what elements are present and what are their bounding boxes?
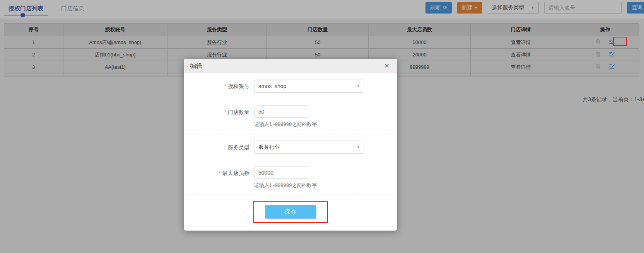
modal-fields: *授权账号 amos_shop ▼ *门店数量 ▼ 请输入1~999999之间的…: [184, 73, 397, 195]
field-label: 最大店员数: [222, 170, 249, 176]
field-label: 授权账号: [228, 83, 249, 89]
required-asterisk: *: [224, 83, 226, 89]
field-label: 门店数量: [228, 109, 249, 115]
required-asterisk: *: [219, 170, 221, 176]
modal-field-row: *最大店员数 ▼ 请输入1~999999之间的数字: [184, 160, 397, 195]
field-input[interactable]: [254, 166, 308, 179]
chevron-down-icon: ▼: [357, 84, 360, 88]
save-button[interactable]: 保存: [265, 205, 316, 219]
modal-header: 编辑 ✕: [184, 59, 397, 73]
field-hint: 请输入1~999999之间的数字: [254, 182, 317, 189]
annotation-box-save-button: 保存: [253, 201, 328, 223]
modal-footer: 保存: [184, 195, 397, 231]
field-label: 服务类型: [228, 144, 249, 150]
select-value: 服务行业: [258, 144, 280, 151]
modal-field-row: *授权账号 amos_shop ▼: [184, 73, 397, 99]
modal-field-row: *门店数量 ▼ 请输入1~999999之间的数字: [184, 99, 397, 134]
field-hint: 请输入1~999999之间的数字: [254, 121, 317, 128]
modal-title: 编辑: [190, 62, 202, 70]
edit-modal: 编辑 ✕ *授权账号 amos_shop ▼ *门店数量 ▼ 请输入1~9999…: [184, 59, 397, 231]
select-value: amos_shop: [258, 83, 286, 89]
chevron-down-icon: ▼: [357, 145, 360, 149]
field-select[interactable]: 服务行业 ▼: [254, 141, 364, 154]
required-asterisk: *: [224, 109, 226, 115]
annotation-box-edit-icon: [613, 37, 627, 46]
field-select[interactable]: amos_shop ▼: [254, 80, 364, 93]
close-icon[interactable]: ✕: [384, 62, 389, 70]
field-input[interactable]: [254, 105, 308, 118]
modal-field-row: *服务类型 服务行业 ▼: [184, 134, 397, 160]
